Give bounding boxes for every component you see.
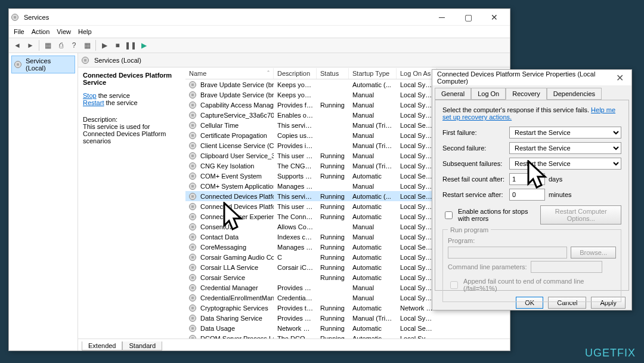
pause-button[interactable]: ❚❚ <box>125 39 137 51</box>
export-button[interactable]: ⎙ <box>55 39 67 51</box>
service-row[interactable]: Data UsageNetwork da...RunningAutomaticL… <box>185 323 510 333</box>
subsequent-failure-label: Subsequent failures: <box>442 160 509 167</box>
col-header-name[interactable]: Nameˆ <box>185 68 274 79</box>
toolbar: ◄ ► ▦ ⎙ ? ▦ ▶ ■ ❚❚ ▶ <box>9 38 510 53</box>
restart-after-label: Restart service after: <box>442 191 509 198</box>
stop-button[interactable]: ■ <box>112 39 123 51</box>
menubar: File Action View Help <box>9 26 510 38</box>
menu-action[interactable]: Action <box>32 28 50 35</box>
dialog-title: Connected Devices Platform Service Prope… <box>437 70 612 85</box>
col-header-startup[interactable]: Startup Type <box>349 68 397 79</box>
back-button[interactable]: ◄ <box>11 39 23 51</box>
titlebar: Services ─ ▢ ✕ <box>9 9 510 26</box>
maximize-button[interactable]: ▢ <box>455 9 481 26</box>
tab-standard[interactable]: Standard <box>122 342 162 350</box>
description-text: This service is used for Connected Devic… <box>83 123 181 144</box>
days-unit: days <box>549 176 569 183</box>
tab-recovery[interactable]: Recovery <box>506 88 546 100</box>
first-failure-select[interactable]: Restart the Service <box>509 127 621 139</box>
watermark: UGETFIX <box>585 347 636 359</box>
col-header-description[interactable]: Description <box>274 68 317 79</box>
tree-services-local[interactable]: Services (Local) <box>11 56 75 73</box>
program-input <box>448 247 567 259</box>
program-label: Program: <box>448 237 616 244</box>
refresh-button[interactable]: ▦ <box>81 39 93 51</box>
col-header-status[interactable]: Status <box>317 68 349 79</box>
gear-icon <box>14 61 21 68</box>
close-icon[interactable]: ✕ <box>612 72 627 84</box>
properties-button[interactable]: ▦ <box>42 39 54 51</box>
stop-link[interactable]: Stop <box>83 92 97 99</box>
menu-file[interactable]: File <box>14 28 24 35</box>
service-row[interactable]: DCOM Server Process Laun...The DCOML...R… <box>185 333 510 339</box>
forward-button[interactable]: ► <box>24 39 36 51</box>
detail-header: Services (Local) <box>78 53 510 67</box>
close-button[interactable]: ✕ <box>481 9 507 26</box>
intro-text: Select the computer's response if this s… <box>442 106 621 121</box>
restart-after-input[interactable] <box>509 189 545 201</box>
run-program-group: Run program Program: Browse... Command l… <box>442 229 621 302</box>
view-tabs: Extended Standard <box>78 339 510 350</box>
cmdline-label: Command line parameters: <box>448 263 527 270</box>
second-failure-label: Second failure: <box>442 144 509 152</box>
restart-button[interactable]: ▶ <box>138 39 150 51</box>
menu-help[interactable]: Help <box>78 28 92 35</box>
tab-dependencies[interactable]: Dependencies <box>547 88 602 100</box>
help-button[interactable]: ? <box>68 39 80 51</box>
first-failure-label: First failure: <box>442 129 509 136</box>
tab-logon[interactable]: Log On <box>471 88 506 100</box>
restart-link[interactable]: Restart <box>83 99 104 106</box>
enable-actions-label: Enable actions for stops with errors <box>458 208 537 222</box>
tree-pane: Services (Local) <box>9 53 78 350</box>
menu-view[interactable]: View <box>57 28 71 35</box>
window-title: Services <box>24 14 49 21</box>
description-label: Description: <box>83 116 181 123</box>
subsequent-failure-select[interactable]: Restart the Service <box>509 158 621 170</box>
dialog-tabs: General Log On Recovery Dependencies <box>432 85 631 100</box>
dialog-titlebar: Connected Devices Platform Service Prope… <box>432 70 631 85</box>
run-program-legend: Run program <box>448 226 491 233</box>
service-info-pane: Connected Devices Platform Service Stop … <box>78 68 185 339</box>
append-fail-checkbox <box>450 281 458 289</box>
minimize-button[interactable]: ─ <box>429 9 455 26</box>
properties-dialog: Connected Devices Platform Service Prope… <box>432 69 632 310</box>
minutes-unit: minutes <box>549 191 569 198</box>
append-fail-label: Append fail count to end of command line… <box>463 278 616 292</box>
tab-extended[interactable]: Extended <box>82 342 122 350</box>
cmdline-input <box>531 261 602 273</box>
second-failure-select[interactable]: Restart the Service <box>509 142 621 154</box>
selected-service-name: Connected Devices Platform Service <box>83 72 181 86</box>
reset-count-input[interactable] <box>509 173 545 185</box>
browse-button: Browse... <box>571 247 616 259</box>
start-button[interactable]: ▶ <box>98 39 110 51</box>
service-row[interactable]: Data Sharing ServiceProvides da...Runnin… <box>185 313 510 323</box>
tab-general[interactable]: General <box>435 88 471 100</box>
col-header-logon[interactable]: Log On As <box>397 68 437 79</box>
gear-icon <box>82 57 89 64</box>
enable-actions-checkbox[interactable] <box>445 211 453 219</box>
reset-count-label: Reset fail count after: <box>442 176 509 183</box>
restart-options-button[interactable]: Restart Computer Options... <box>540 205 621 224</box>
app-icon <box>11 14 18 21</box>
